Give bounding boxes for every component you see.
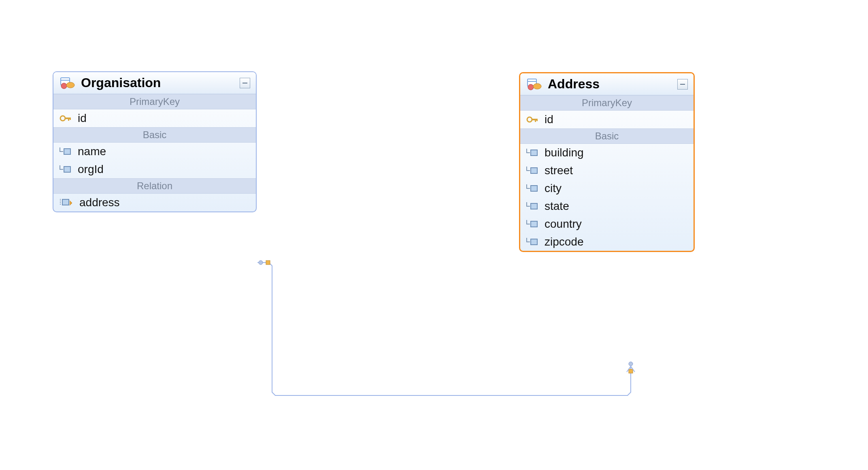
entity-organisation[interactable]: Organisation PrimaryKey id Basic name [53,71,257,212]
field-label: orgId [72,163,104,176]
svg-point-1 [629,362,633,366]
field-label: id [539,113,553,126]
primary-key-icon [526,115,539,124]
svg-rect-14 [62,199,69,205]
svg-point-18 [533,83,541,89]
field-row-state[interactable]: state [520,197,694,215]
svg-rect-12 [64,167,70,172]
svg-point-17 [528,84,534,90]
svg-rect-23 [531,150,537,156]
svg-rect-11 [64,149,70,154]
field-icon [526,219,539,229]
field-row-zipcode[interactable]: zipcode [520,233,694,251]
svg-point-6 [66,82,74,88]
field-label: state [539,200,569,213]
svg-rect-2 [629,369,633,373]
relation-icon [59,197,74,208]
field-icon [526,201,539,211]
svg-rect-8 [65,118,70,119]
svg-rect-9 [68,118,69,121]
entity-header[interactable]: Organisation [53,72,256,94]
field-label: building [539,146,584,159]
field-icon [526,166,539,175]
field-row-address-relation[interactable]: address [53,194,256,212]
svg-rect-10 [70,118,71,120]
field-label: id [72,112,87,125]
relationship-connector [0,0,868,470]
field-row-orgid[interactable]: orgId [53,160,256,178]
svg-rect-25 [531,186,537,191]
field-label: zipcode [539,235,584,248]
section-basic-label: Basic [520,128,694,144]
field-icon [59,164,72,174]
entity-header[interactable]: Address [520,73,694,95]
collapse-button[interactable] [240,78,250,88]
collapse-button[interactable] [677,79,688,90]
field-label: country [539,218,582,231]
field-row-id[interactable]: id [520,111,694,128]
field-label: street [539,164,573,177]
section-primarykey-label: PrimaryKey [53,94,256,109]
svg-rect-26 [531,203,537,209]
entity-class-icon [526,78,542,90]
svg-point-5 [61,83,67,89]
section-basic-label: Basic [53,127,256,143]
field-row-country[interactable]: country [520,215,694,233]
cardinality-marker [266,261,270,265]
svg-point-0 [259,261,263,265]
field-row-street[interactable]: street [520,162,694,179]
svg-rect-27 [531,221,537,227]
section-primarykey-label: PrimaryKey [520,95,694,111]
entity-title: Organisation [75,75,240,90]
field-row-building[interactable]: building [520,144,694,162]
svg-rect-22 [536,119,538,121]
svg-rect-20 [532,119,537,120]
diagram-canvas[interactable]: Organisation PrimaryKey id Basic name [0,0,868,470]
svg-rect-24 [531,168,537,173]
field-row-city[interactable]: city [520,179,694,197]
field-icon [526,148,539,158]
field-label: address [74,196,120,209]
svg-point-7 [60,116,65,121]
entity-title: Address [542,77,677,92]
entity-class-icon [59,77,75,89]
field-row-name[interactable]: name [53,143,256,160]
field-icon [59,147,72,156]
field-label: name [72,145,106,158]
primary-key-icon [59,113,72,123]
svg-rect-21 [535,119,536,122]
svg-point-19 [527,117,532,122]
field-icon [526,237,539,247]
entity-address[interactable]: Address PrimaryKey id Basic building str… [519,72,695,252]
section-relation-label: Relation [53,178,256,194]
field-icon [526,184,539,193]
svg-rect-28 [531,239,537,245]
field-row-id[interactable]: id [53,109,256,127]
field-label: city [539,182,562,195]
